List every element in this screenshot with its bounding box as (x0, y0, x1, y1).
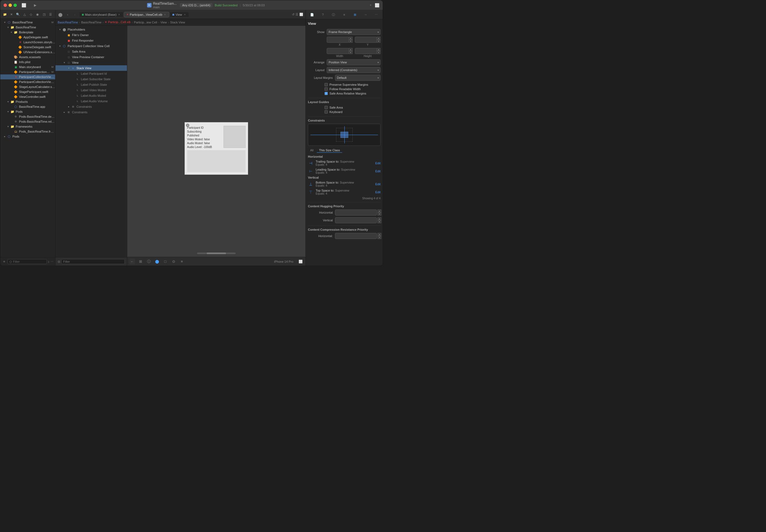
debug-icon[interactable]: ◉ (34, 11, 41, 17)
back-button[interactable]: ‹ (65, 12, 70, 17)
y-field[interactable]: 4 (355, 37, 377, 43)
sidebar-item-pods-group[interactable]: 📁 Pods (0, 109, 55, 114)
sidebar-item-pods-debug[interactable]: ⚙ Pods-BasicRealTime.debug.xcconfig (0, 114, 55, 119)
nav-item-view[interactable]: ▾ □ View (55, 60, 127, 65)
sidebar-item-stageparticipant[interactable]: 🔶 StageParticipant.swift (0, 89, 55, 94)
connections-inspector-icon[interactable]: → (361, 11, 371, 18)
y-increment[interactable]: ▲ (377, 37, 381, 40)
hugging-horizontal-field[interactable]: 250 (335, 209, 377, 216)
preserve-superview-checkbox[interactable] (325, 83, 328, 86)
keyboard-guide-checkbox[interactable] (325, 110, 328, 114)
nav-item-label-audiomuted[interactable]: L Label Audio Muted (55, 93, 127, 98)
canvas-tool-icon[interactable]: □ (162, 258, 168, 265)
height-field[interactable]: 102 (355, 48, 377, 54)
nav-item-participantcell[interactable]: ▾ ⬡ Participant Collection View Cell (55, 43, 127, 49)
add-button[interactable]: ＋ (369, 3, 372, 7)
hugging-horizontal-stepper[interactable]: ▲ ▼ (377, 209, 381, 216)
sidebar-item-assets[interactable]: 🎨 Assets.xcassets (0, 55, 55, 60)
find-icon[interactable]: 🔍 (15, 11, 21, 17)
file-tree-icon[interactable]: 📁 (2, 11, 8, 17)
safe-area-checkbox[interactable]: ✓ (325, 92, 328, 95)
y-stepper[interactable]: ▲ ▼ (377, 37, 381, 43)
refresh-icon[interactable]: ↺ (292, 13, 295, 16)
height-stepper[interactable]: ▲ ▼ (377, 48, 381, 54)
nav-item-stackview[interactable]: ▾ ≡ Stack View (55, 65, 127, 71)
nav-item-preview-container[interactable]: □ View Preview Container (55, 54, 127, 60)
edit-constraint-button[interactable]: Edit (375, 190, 381, 194)
y-decrement[interactable]: ▼ (377, 40, 381, 43)
sidebar-item-pods-framework[interactable]: 🗂 Pods_BasicRealTime.framework (0, 129, 55, 134)
hugging-vertical-stepper[interactable]: ▲ ▼ (377, 217, 381, 223)
x-field[interactable]: 4 (327, 37, 349, 43)
sidebar-item-basicrealtime-app[interactable]: ⬡ BasicRealTime.app (0, 104, 55, 109)
sidebar-item-uiview-extensions[interactable]: 🔶 UIView+Extensions.swift (0, 50, 55, 55)
sidebar-item-mainstoryboard[interactable]: ◼ Main.storyboard M (0, 65, 55, 69)
attributes-inspector-icon[interactable]: ≡ (339, 11, 349, 18)
nav-item-label-videomuted[interactable]: L Label Video Muted (55, 87, 127, 93)
editor-layout-icon2[interactable]: ⬜ (299, 13, 303, 16)
close-button[interactable] (4, 4, 7, 7)
width-stepper[interactable]: ▲ ▼ (349, 48, 353, 54)
edit-constraint-button[interactable]: Edit (375, 182, 381, 186)
width-increment[interactable]: ▲ (349, 48, 353, 51)
sidebar-item-basicrealtime-project[interactable]: ⬡ BasicRealTime M (0, 20, 55, 25)
tab-mainstoryboard[interactable]: ◼ Main.storyboard (Base) ✕ (79, 12, 123, 17)
decrement-icon[interactable]: ▼ (377, 236, 381, 239)
breadcrumb-part[interactable]: View (160, 21, 167, 24)
sidebar-item-appdelegate[interactable]: 🔶 AppDelegate.swift (0, 35, 55, 40)
sidebar-item-participantcell-swift[interactable]: 🔶 ParticipantCollectionViewCell.swift M (0, 69, 55, 74)
reports-icon[interactable]: ☰ (47, 11, 53, 17)
source-control-icon[interactable]: ✕ (9, 11, 15, 17)
sidebar-item-pods-release[interactable]: ⚙ Pods-BasicRealTime.release.xcconfig (0, 119, 55, 124)
nav-item-safearea[interactable]: □ Safe Area (55, 49, 127, 54)
nav-item-label-publishstate[interactable]: L Label Publish State (55, 82, 127, 87)
nav-item-firstresponder[interactable]: ◼ First Responder (55, 38, 127, 43)
canvas-scrollbar[interactable] (197, 252, 236, 254)
canvas-expand-icon[interactable]: ⬜ (298, 259, 303, 264)
editor-split-icon[interactable]: ☰ (296, 13, 298, 16)
width-decrement[interactable]: ▼ (349, 51, 353, 54)
compression-horizontal-field[interactable]: 750 (335, 233, 377, 239)
canvas-back-icon[interactable]: ← (129, 259, 135, 264)
compression-horizontal-stepper[interactable]: ▲ ▼ (377, 233, 381, 239)
tab-close-icon[interactable]: ✕ (117, 13, 121, 16)
edit-constraint-button[interactable]: Edit (375, 162, 381, 165)
x-increment[interactable]: ▲ (349, 37, 353, 40)
layout-select[interactable]: Inferred (Constraints) (327, 67, 381, 73)
file-inspector-icon[interactable]: 📄 (307, 11, 317, 18)
canvas[interactable]: ✕ Participant ID Subscribing Published V… (127, 26, 306, 266)
forward-button[interactable]: › (72, 12, 77, 17)
decrement-icon[interactable]: ▼ (377, 213, 381, 216)
tab-close-icon[interactable]: ✕ (183, 13, 186, 16)
add-button[interactable]: ＋ (2, 259, 6, 264)
issues-icon[interactable]: △ (22, 11, 28, 17)
increment-icon[interactable]: ▲ (377, 217, 381, 220)
sort-icon[interactable]: ↕ (48, 260, 50, 264)
canvas-tool-icon[interactable]: ⊞ (137, 258, 144, 265)
nav-item-filesowner[interactable]: ◼ File's Owner (55, 32, 127, 38)
sidebar-item-infoplist[interactable]: 📋 Info.plist (0, 60, 55, 65)
nav-item-constraints-inner[interactable]: ▸ ⊞ Constraints (55, 104, 127, 109)
x-decrement[interactable]: ▼ (349, 40, 353, 43)
nav-item-label-audiovolume[interactable]: L Label Audio Volume (55, 98, 127, 104)
canvas-tool-icon[interactable]: ≡ (178, 258, 185, 265)
tests-icon[interactable]: ◇ (28, 11, 34, 17)
breadcrumb-part[interactable]: ✕ Particip...Cell.xib (104, 20, 130, 24)
arrange-select[interactable]: Position View (327, 59, 381, 65)
height-decrement[interactable]: ▼ (377, 51, 381, 54)
tab-close-icon[interactable]: ✕ (163, 13, 167, 16)
nav-item-placeholders[interactable]: ▾ ⬤ Placeholders (55, 27, 127, 32)
breadcrumb-part[interactable]: BasicRealTime (58, 21, 78, 24)
maximize-button[interactable] (14, 4, 17, 7)
sidebar-item-launchscreen[interactable]: ✕ LaunchScreen.storyboard (0, 40, 55, 45)
tab-participantcell[interactable]: ✕ Participan...ViewCell.xib ✕ (124, 12, 169, 17)
config-icon[interactable]: ⋯ (50, 260, 53, 264)
follow-readable-checkbox[interactable] (325, 87, 328, 91)
sidebar-item-basicrealtime-group[interactable]: 📁 BasicRealTime (0, 25, 55, 30)
bindings-inspector-icon[interactable]: ⋯ (371, 11, 381, 18)
sidebar-item-scenedelegate[interactable]: 🔶 SceneDelegate.swift (0, 45, 55, 50)
layout-icon[interactable]: ⬜ (374, 3, 379, 7)
sidebar-toggle-icon[interactable]: ⬜ (21, 3, 26, 7)
cell-close-icon[interactable]: ✕ (186, 123, 189, 127)
sidebar-item-viewcontroller[interactable]: 🔶 ViewController.swift (0, 94, 55, 99)
